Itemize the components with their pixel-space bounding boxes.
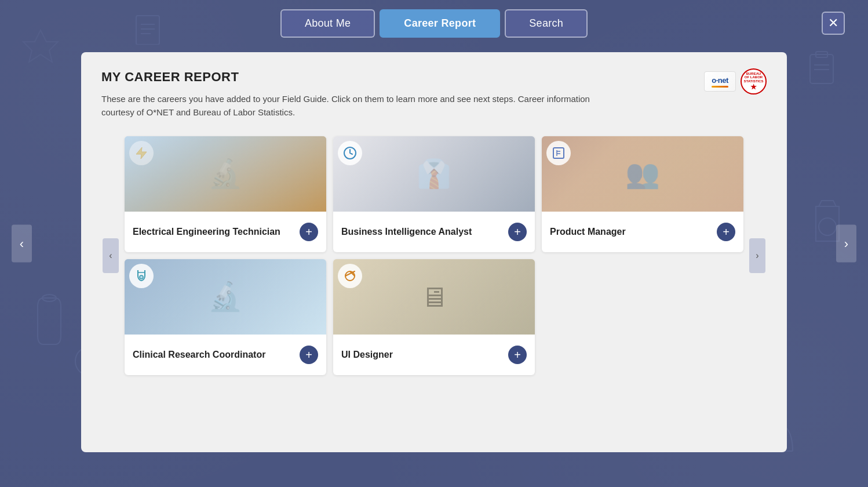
- tab-about-me[interactable]: About Me: [280, 9, 375, 38]
- svg-point-4: [42, 295, 56, 301]
- card-image-electrical: 🔬: [125, 136, 326, 212]
- career-card-electrical[interactable]: 🔬 Electrical Engineering Technician +: [125, 136, 326, 252]
- card-icon-clinical: [129, 264, 154, 288]
- partner-logos: o·net BUREAUOF LABORSTATISTICS ★: [704, 68, 767, 95]
- close-button[interactable]: ✕: [822, 12, 845, 35]
- card-icon-business: [338, 141, 362, 165]
- card-image-ui: 🖥: [333, 259, 535, 335]
- card-body-business: Business Intelligence Analyst +: [333, 212, 535, 252]
- scroll-next-arrow[interactable]: ›: [749, 238, 765, 273]
- bls-logo: BUREAUOF LABORSTATISTICS ★: [741, 68, 767, 95]
- add-business-button[interactable]: +: [508, 223, 527, 241]
- add-clinical-button[interactable]: +: [300, 346, 318, 364]
- svg-point-26: [345, 271, 355, 281]
- modal-title: MY CAREER REPORT: [101, 70, 767, 85]
- svg-rect-20: [553, 148, 564, 158]
- career-card-business[interactable]: 👔 Business Intelligence Analyst +: [333, 136, 535, 252]
- card-body-product: Product Manager +: [542, 212, 743, 252]
- card-image-clinical: 🔬: [125, 259, 326, 335]
- card-body-electrical: Electrical Engineering Technician +: [125, 212, 326, 252]
- careers-section: ‹ › 🔬 El: [81, 130, 787, 381]
- add-electrical-button[interactable]: +: [300, 223, 318, 241]
- add-ui-button[interactable]: +: [508, 346, 527, 364]
- career-card-clinical[interactable]: 🔬 Clinical Research Coordinator +: [125, 259, 326, 375]
- svg-rect-9: [816, 52, 827, 57]
- card-title-business: Business Intelligence Analyst: [341, 226, 508, 238]
- outer-next-arrow[interactable]: ›: [836, 225, 856, 263]
- card-title-electrical: Electrical Engineering Technician: [133, 226, 300, 238]
- career-card-product[interactable]: 👥 Product Manager: [542, 136, 743, 252]
- card-icon-product: [546, 141, 571, 165]
- career-card-ui[interactable]: 🖥 UI Designer +: [333, 259, 535, 375]
- card-body-clinical: Clinical Research Coordinator +: [125, 335, 326, 375]
- svg-marker-18: [136, 147, 147, 159]
- svg-point-12: [819, 218, 836, 235]
- tab-career-report[interactable]: Career Report: [380, 9, 500, 38]
- svg-point-24: [140, 275, 143, 279]
- card-title-ui: UI Designer: [341, 348, 508, 361]
- card-body-ui: UI Designer +: [333, 335, 535, 375]
- careers-scroll: ‹ › 🔬 El: [101, 130, 767, 381]
- card-image-product: 👥: [542, 136, 743, 212]
- career-report-modal: MY CAREER REPORT These are the careers y…: [81, 52, 787, 452]
- add-product-button[interactable]: +: [717, 223, 735, 241]
- outer-prev-arrow[interactable]: ‹: [12, 225, 32, 263]
- careers-grid: 🔬 Electrical Engineering Technician +: [101, 130, 767, 381]
- modal-description: These are the careers you have added to …: [101, 93, 606, 119]
- svg-rect-8: [810, 54, 833, 83]
- card-image-business: 👔: [333, 136, 535, 212]
- card-icon-ui: [338, 264, 362, 288]
- header: About Me Career Report Search ✕: [0, 0, 868, 46]
- card-title-product: Product Manager: [550, 226, 717, 238]
- card-title-clinical: Clinical Research Coordinator: [133, 348, 300, 361]
- onet-logo: o·net: [704, 71, 736, 92]
- card-icon-electrical: [129, 141, 154, 165]
- scroll-prev-arrow[interactable]: ‹: [103, 238, 119, 273]
- tab-search[interactable]: Search: [505, 9, 588, 38]
